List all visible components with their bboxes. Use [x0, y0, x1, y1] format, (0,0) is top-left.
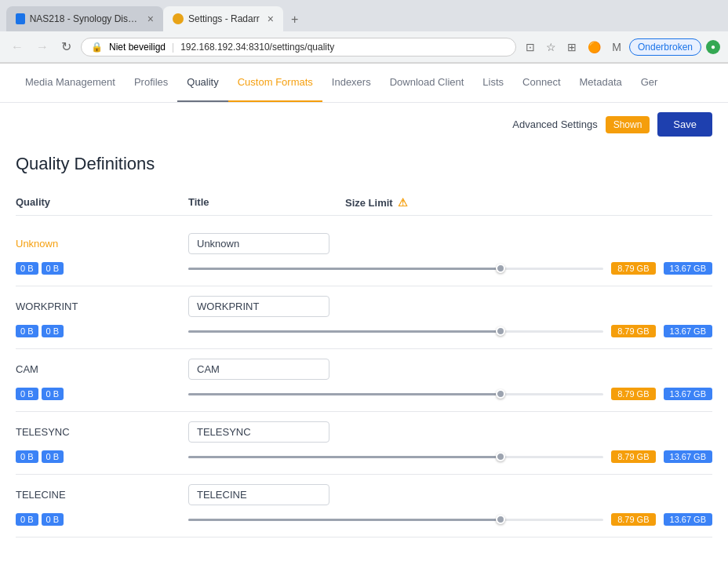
- slider-track-telecine[interactable]: [188, 512, 603, 527]
- quality-title-input-telesync[interactable]: [188, 421, 329, 443]
- table-row: Unknown 0 B 0 B: [16, 224, 712, 286]
- quality-name-unknown: Unknown: [16, 238, 188, 250]
- profile-pill[interactable]: Onderbroken: [629, 38, 701, 56]
- tab-nas[interactable]: NAS218 - Synology DiskStation ×: [6, 6, 163, 31]
- quality-title-cell-telesync: [188, 421, 345, 443]
- quality-title-input-cam[interactable]: [188, 359, 329, 380]
- nav-download-client[interactable]: Download Client: [380, 64, 474, 102]
- slider-track-telesync[interactable]: [188, 449, 603, 465]
- quality-title-input-workprint[interactable]: [188, 296, 329, 317]
- slider-track-unknown[interactable]: [188, 261, 603, 276]
- nav-connect[interactable]: Connect: [513, 64, 570, 102]
- slider-thumb-cam[interactable]: [496, 389, 505, 399]
- slider-thumb-telesync[interactable]: [496, 452, 505, 461]
- nav-bar: ← → ↻ 🔒 Niet beveiligd | 192.168.192.34:…: [0, 31, 728, 63]
- nav-profiles[interactable]: Profiles: [125, 64, 177, 102]
- back-button[interactable]: ←: [8, 37, 27, 57]
- slider-thumb-telecine[interactable]: [496, 515, 505, 524]
- new-tab-button[interactable]: +: [283, 8, 306, 31]
- slider-and-values-telesync: 8.79 GB 13.67 GB: [188, 449, 712, 465]
- slider-line-telesync: [188, 456, 603, 458]
- forward-button[interactable]: →: [33, 37, 52, 57]
- size-max-unknown: 13.67 GB: [664, 262, 712, 275]
- tab-nas-label: NAS218 - Synology DiskStation: [30, 13, 140, 24]
- address-separator: |: [172, 42, 174, 53]
- tab-radarr-close[interactable]: ×: [268, 13, 274, 25]
- max-badge-unknown: 0 B: [42, 262, 64, 275]
- row-slider-workprint: 0 B 0 B 8.79 GB 13.67 GB: [16, 323, 712, 339]
- gmail-btn[interactable]: M: [609, 38, 624, 56]
- nav-media-management[interactable]: Media Management: [16, 64, 125, 102]
- size-max-cam: 13.67 GB: [664, 388, 712, 400]
- address-bar[interactable]: 🔒 Niet beveiligd | 192.168.192.34:8310/s…: [81, 38, 516, 56]
- tab-bar: NAS218 - Synology DiskStation × Settings…: [0, 0, 728, 31]
- nav-lists[interactable]: Lists: [473, 64, 513, 102]
- max-badge-telesync: 0 B: [42, 450, 64, 463]
- slider-thumb-unknown[interactable]: [496, 264, 505, 273]
- quality-title-cell-cam: [188, 359, 345, 380]
- quality-name-cam: CAM: [16, 363, 188, 375]
- tab-radarr[interactable]: Settings - Radarr ×: [163, 6, 283, 31]
- extensions-icon-btn[interactable]: ⊞: [564, 38, 580, 56]
- radarr-ext-btn[interactable]: 🟠: [584, 38, 604, 56]
- row-top-cam: CAM: [16, 359, 712, 380]
- size-min-workprint: 8.79 GB: [611, 325, 655, 337]
- tab-nas-close[interactable]: ×: [147, 13, 154, 25]
- advanced-settings-label: Advanced Settings: [512, 118, 597, 130]
- quality-title-cell-telecine: [188, 484, 345, 505]
- quality-title-cell-workprint: [188, 296, 345, 317]
- nas-favicon: [16, 13, 25, 24]
- size-max-telesync: 13.67 GB: [664, 450, 712, 463]
- reload-button[interactable]: ↻: [58, 36, 75, 57]
- slider-track-workprint[interactable]: [188, 323, 603, 339]
- nav-icons: ⊡ ☆ ⊞ 🟠 M Onderbroken ●: [522, 38, 720, 56]
- row-top-telesync: TELESYNC: [16, 421, 712, 443]
- slider-line-unknown: [188, 268, 603, 270]
- not-secure-label: Niet beveiligd: [109, 42, 166, 53]
- table-row: WORKPRINT 0 B 0 B: [16, 286, 712, 349]
- size-limit-label: Size Limit: [345, 197, 393, 209]
- nav-metadata[interactable]: Metadata: [570, 64, 632, 102]
- slider-and-values-workprint: 8.79 GB 13.67 GB: [188, 323, 712, 339]
- quality-title-input-unknown[interactable]: [188, 233, 329, 254]
- nav-custom-formats[interactable]: Custom Formats: [228, 64, 322, 102]
- quality-title-input-telecine[interactable]: [188, 484, 329, 505]
- save-button[interactable]: Save: [657, 112, 712, 137]
- min-badge-telecine: 0 B: [16, 513, 38, 526]
- header-size-limit: Size Limit ⚠: [345, 196, 712, 209]
- slider-line-cam: [188, 393, 603, 395]
- slider-thumb-workprint[interactable]: [496, 326, 505, 336]
- min-max-badges-workprint: 0 B 0 B: [16, 325, 188, 337]
- nav-quality[interactable]: Quality: [177, 64, 228, 102]
- max-badge-cam: 0 B: [42, 388, 64, 400]
- slider-fill-telesync: [188, 456, 500, 458]
- min-max-badges-telecine: 0 B 0 B: [16, 513, 188, 526]
- cast-icon-btn[interactable]: ⊡: [522, 38, 538, 56]
- header-quality: Quality: [16, 196, 188, 209]
- nav-ger[interactable]: Ger: [632, 64, 668, 102]
- size-max-workprint: 13.67 GB: [664, 325, 712, 337]
- shown-badge[interactable]: Shown: [606, 116, 650, 133]
- slider-fill-workprint: [188, 330, 500, 333]
- slider-line-telecine: [188, 519, 603, 521]
- slider-line-workprint: [188, 330, 603, 333]
- slider-and-values-telecine: 8.79 GB 13.67 GB: [188, 512, 712, 527]
- row-slider-telecine: 0 B 0 B 8.79 GB 13.67 GB: [16, 512, 712, 527]
- table-row: CAM 0 B 0 B 8: [16, 349, 712, 412]
- settings-toolbar: Advanced Settings Shown Save: [0, 103, 728, 146]
- row-top-workprint: WORKPRINT: [16, 296, 712, 317]
- lock-icon: 🔒: [91, 42, 103, 53]
- size-min-unknown: 8.79 GB: [611, 262, 655, 275]
- max-badge-workprint: 0 B: [42, 325, 64, 337]
- slider-fill-cam: [188, 393, 500, 395]
- min-badge-cam: 0 B: [16, 388, 38, 400]
- size-min-telecine: 8.79 GB: [611, 513, 655, 526]
- min-badge-unknown: 0 B: [16, 262, 38, 275]
- nav-indexers[interactable]: Indexers: [322, 64, 380, 102]
- url-text: 192.168.192.34:8310/settings/quality: [180, 42, 334, 53]
- min-max-badges-telesync: 0 B 0 B: [16, 450, 188, 463]
- slider-track-cam[interactable]: [188, 386, 603, 402]
- slider-fill-unknown: [188, 268, 500, 270]
- profile-label: Onderbroken: [638, 42, 693, 53]
- bookmark-icon-btn[interactable]: ☆: [543, 38, 559, 56]
